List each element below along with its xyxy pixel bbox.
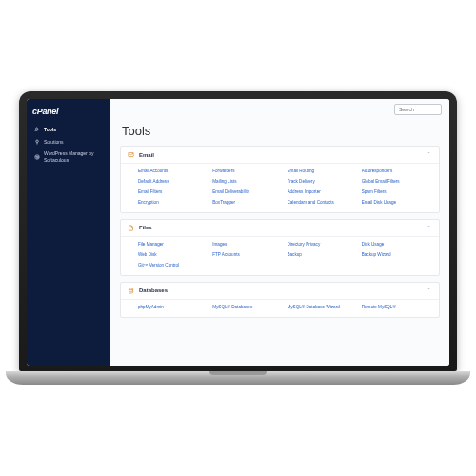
section-header-databases[interactable]: Databases˄ — [121, 283, 439, 300]
sidebar-item-wordpress[interactable]: WordPress Manager by Softaculous — [32, 148, 105, 166]
tool-link[interactable]: Email Disk Usage — [362, 200, 432, 206]
section-title: Email — [139, 152, 425, 158]
tool-link[interactable]: Web Disk — [138, 252, 208, 258]
sidebar-item-solutions[interactable]: Solutions — [32, 136, 105, 149]
sidebar-item-label: Tools — [44, 127, 56, 133]
tool-link[interactable]: Email Filters — [138, 189, 208, 195]
section-header-email[interactable]: Email˄ — [121, 147, 439, 164]
section-title: Databases — [139, 288, 425, 293]
tool-link[interactable]: Remote MySQL® — [362, 305, 432, 310]
tool-link[interactable]: FTP Accounts — [212, 252, 283, 258]
tool-link[interactable]: Email Deliverability — [212, 189, 283, 195]
tool-link[interactable]: Email Routing — [288, 169, 358, 174]
section-body-files: File ManagerImagesDirectory PrivacyDisk … — [121, 237, 439, 275]
laptop-frame: cPanel Tools Solutions — [19, 91, 457, 385]
tool-link[interactable]: Autoresponders — [362, 169, 432, 174]
tool-link[interactable]: Calendars and Contacts — [288, 200, 358, 206]
tool-link[interactable]: Backup Wizard — [362, 252, 432, 258]
section-databases: Databases˄phpMyAdminMySQL® DatabasesMySQ… — [120, 282, 440, 318]
chevron-up-icon: ˄ — [425, 225, 432, 231]
wrench-icon — [34, 127, 40, 132]
section-header-files[interactable]: Files˄ — [121, 220, 439, 237]
tool-link[interactable]: Address Importer — [288, 189, 358, 195]
tool-link[interactable]: Spam Filters — [362, 189, 432, 195]
section-title: Files — [139, 225, 425, 230]
wordpress-icon — [34, 154, 40, 160]
section-body-email: Email AccountsForwardersEmail RoutingAut… — [121, 164, 439, 212]
section-body-databases: phpMyAdminMySQL® DatabasesMySQL® Databas… — [121, 300, 439, 317]
app-window: cPanel Tools Solutions — [27, 99, 449, 366]
page-title: Tools — [110, 120, 449, 146]
bulb-icon — [34, 139, 40, 145]
databases-icon — [128, 288, 134, 294]
screen-bezel: cPanel Tools Solutions — [19, 91, 457, 371]
tool-link[interactable]: Email Accounts — [138, 169, 208, 174]
tool-link[interactable]: Git™ Version Control — [138, 263, 208, 268]
search-input[interactable] — [394, 104, 442, 115]
tool-link[interactable]: MySQL® Databases — [212, 305, 283, 310]
svg-point-0 — [36, 140, 39, 143]
sections-container: Email˄Email AccountsForwardersEmail Rout… — [110, 146, 449, 366]
tool-link[interactable]: Forwarders — [212, 169, 283, 174]
laptop-base — [6, 371, 470, 385]
files-icon — [128, 225, 134, 231]
tool-link[interactable]: phpMyAdmin — [138, 305, 208, 310]
section-files: Files˄File ManagerImagesDirectory Privac… — [120, 219, 440, 276]
tool-link[interactable]: Global Email Filters — [362, 179, 432, 185]
tool-link[interactable]: File Manager — [138, 242, 208, 248]
tool-link[interactable]: Mailing Lists — [212, 179, 283, 185]
tool-link[interactable]: Disk Usage — [362, 242, 432, 248]
sidebar-item-label: WordPress Manager by Softaculous — [44, 150, 103, 163]
chevron-up-icon: ˄ — [425, 151, 432, 158]
topbar — [110, 99, 449, 120]
tool-link[interactable]: MySQL® Database Wizard — [288, 305, 358, 310]
tool-link[interactable]: BoxTrapper — [212, 200, 283, 206]
sidebar: cPanel Tools Solutions — [27, 99, 110, 366]
brand-logo: cPanel — [32, 107, 105, 116]
tool-link[interactable]: Images — [212, 242, 283, 248]
chevron-up-icon: ˄ — [425, 288, 432, 294]
tool-link[interactable]: Directory Privacy — [288, 242, 358, 248]
tool-link[interactable]: Track Delivery — [288, 179, 358, 185]
svg-point-3 — [129, 288, 132, 290]
tool-link[interactable]: Default Address — [138, 179, 208, 185]
sidebar-item-label: Solutions — [44, 139, 64, 146]
main-panel: Tools Email˄Email AccountsForwardersEmai… — [110, 99, 449, 366]
sidebar-item-tools[interactable]: Tools — [32, 124, 105, 136]
email-icon — [128, 151, 134, 158]
section-email: Email˄Email AccountsForwardersEmail Rout… — [120, 146, 440, 213]
tool-link[interactable]: Backup — [288, 252, 358, 258]
tool-link[interactable]: Encryption — [138, 200, 208, 206]
